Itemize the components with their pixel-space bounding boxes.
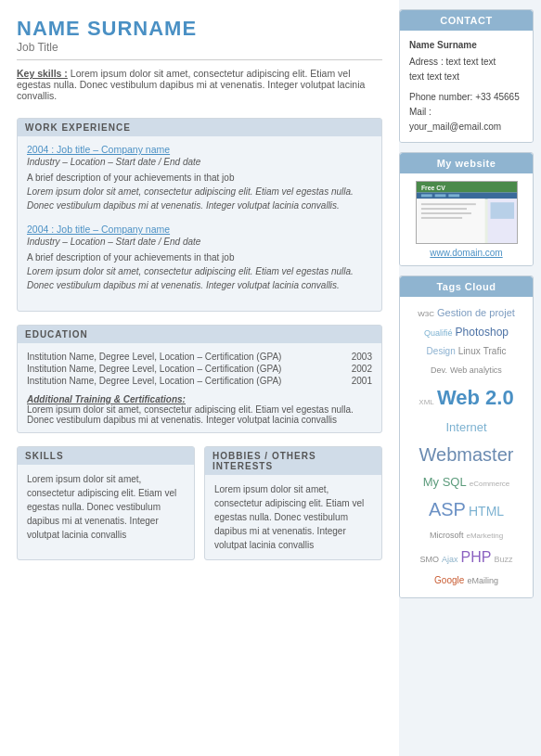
edu-row-2: Institution Name, Degree Level, Location… xyxy=(27,375,372,387)
contact-mail: Mail : your_mail@email.com xyxy=(409,105,523,135)
website-preview: Free CV xyxy=(416,181,518,244)
tag-item[interactable]: ASP xyxy=(429,499,466,519)
tag-item[interactable]: Linux xyxy=(458,346,481,356)
key-skills: Key skills : Lorem ipsum dolor sit amet,… xyxy=(17,68,382,101)
tag-item[interactable]: SMO xyxy=(419,555,439,564)
tags-cloud-body: W3C Gestion de projet Qualifié Photoshop… xyxy=(400,297,533,597)
key-skills-label: Key skills : xyxy=(17,68,68,79)
tag-item[interactable]: Dev. xyxy=(431,365,447,375)
job-2: 2004 : Job title – Company name Industry… xyxy=(27,224,372,292)
website-section: My website xyxy=(399,152,534,266)
tag-line: Webmaster xyxy=(406,438,527,471)
tag-line: W3C Gestion de projet xyxy=(406,304,527,323)
svg-rect-3 xyxy=(417,199,485,243)
page: NAME SURNAME Job Title Key skills : Lore… xyxy=(0,0,541,756)
work-experience-body: 2004 : Job title – Company name Industry… xyxy=(18,136,381,311)
tag-item[interactable]: W3C xyxy=(418,310,434,318)
tag-item[interactable]: Trafic xyxy=(483,346,507,356)
svg-rect-9 xyxy=(490,202,514,219)
header-divider xyxy=(17,59,382,60)
tag-line: Dev. Web analytics xyxy=(406,361,527,379)
tag-line: ASP HTML xyxy=(406,493,527,526)
sidebar: CONTACT Name Surname Adress : text text … xyxy=(399,0,541,756)
website-domain[interactable]: www.domain.com xyxy=(409,248,523,258)
skills-section: SKILLS Lorem ipsum dolor sit amet, conse… xyxy=(17,446,195,560)
svg-rect-11 xyxy=(420,194,432,197)
tag-item[interactable]: PHP xyxy=(461,549,492,565)
additional-training: Additional Training & Certifications: Lo… xyxy=(27,394,372,425)
education-table: Institution Name, Degree Level, Location… xyxy=(27,351,372,387)
job-1-company: 2004 : Job title – Company name xyxy=(27,144,372,155)
hobbies-header: HOBBIES / OTHERS INTERESTS xyxy=(205,447,381,475)
candidate-name: NAME SURNAME xyxy=(17,17,382,41)
tag-item[interactable]: Microsoft xyxy=(430,531,464,540)
key-skills-text: Lorem ipsum dolor sit amet, consectetur … xyxy=(17,68,365,101)
education-body: Institution Name, Degree Level, Location… xyxy=(18,343,381,432)
contact-address: Adress : text text texttext text text xyxy=(409,55,523,84)
job-1-desc1: A brief description of your achievements… xyxy=(27,171,372,212)
edu-row-0: Institution Name, Degree Level, Location… xyxy=(27,351,372,363)
job-2-company: 2004 : Job title – Company name xyxy=(27,224,372,235)
bottom-row: SKILLS Lorem ipsum dolor sit amet, conse… xyxy=(17,446,382,560)
skills-text: Lorem ipsum dolor sit amet, consectetur … xyxy=(27,472,185,542)
contact-phone: Phone number: +33 45665 xyxy=(409,90,523,105)
job-1: 2004 : Job title – Company name Industry… xyxy=(27,144,372,212)
tag-item[interactable]: eCommerce xyxy=(470,480,510,488)
tag-item[interactable]: XML xyxy=(419,398,433,406)
main-column: NAME SURNAME Job Title Key skills : Lore… xyxy=(0,0,399,756)
tag-item[interactable]: eMarketing xyxy=(467,532,504,540)
header: NAME SURNAME Job Title xyxy=(17,17,382,60)
tag-item[interactable]: Design xyxy=(427,346,456,356)
tag-line: Internet xyxy=(406,416,527,438)
contact-section: CONTACT Name Surname Adress : text text … xyxy=(399,9,534,143)
website-body: Free CV www.domain.com xyxy=(400,173,533,265)
skills-header: SKILLS xyxy=(18,447,194,465)
contact-body: Name Surname Adress : text text texttext… xyxy=(400,31,533,142)
svg-rect-12 xyxy=(434,194,445,197)
tag-item[interactable]: eMailing xyxy=(467,576,498,585)
tags-cloud-header: Tags Cloud xyxy=(400,276,533,297)
tag-item[interactable]: HTML xyxy=(469,504,504,519)
additional-training-text: Lorem ipsum dolor sit amet, consectetur … xyxy=(27,404,372,425)
tag-line: SMO Ajax PHP Buzz xyxy=(406,545,527,571)
hobbies-section: HOBBIES / OTHERS INTERESTS Lorem ipsum d… xyxy=(204,446,382,560)
work-experience-section: WORK EXPERIENCE 2004 : Job title – Compa… xyxy=(17,118,382,312)
svg-rect-6 xyxy=(420,208,466,210)
tag-item[interactable]: Web 2.0 xyxy=(437,386,514,409)
tag-item[interactable]: My SQL xyxy=(423,475,467,489)
website-header: My website xyxy=(400,153,533,173)
tag-line: My SQL eCommerce xyxy=(406,471,527,493)
tag-item[interactable]: Webmaster xyxy=(419,444,514,465)
contact-header: CONTACT xyxy=(400,10,533,31)
edu-row-1: Institution Name, Degree Level, Location… xyxy=(27,363,372,375)
additional-training-label: Additional Training & Certifications: xyxy=(27,394,186,404)
svg-rect-7 xyxy=(420,212,470,214)
job-1-meta: Industry – Location – Start date / End d… xyxy=(27,157,372,167)
tags-cloud-section: Tags Cloud W3C Gestion de projet Qualifi… xyxy=(399,275,534,598)
tag-item[interactable]: Photoshop xyxy=(456,326,509,339)
tag-item[interactable]: Qualifié xyxy=(424,328,453,338)
education-section: EDUCATION Institution Name, Degree Level… xyxy=(17,325,382,433)
tag-item[interactable]: Google xyxy=(434,575,464,585)
tag-line: Google eMailing xyxy=(406,571,527,590)
skills-body: Lorem ipsum dolor sit amet, consectetur … xyxy=(18,465,194,549)
education-header: EDUCATION xyxy=(18,326,381,343)
svg-rect-8 xyxy=(420,217,461,219)
tag-line: Microsoft eMarketing xyxy=(406,526,527,545)
tag-item[interactable]: Gestion de projet xyxy=(437,307,515,318)
tag-item[interactable]: Ajax xyxy=(442,555,458,564)
work-experience-header: WORK EXPERIENCE xyxy=(18,119,381,136)
job-title: Job Title xyxy=(17,41,382,54)
svg-rect-13 xyxy=(448,194,459,197)
job-2-desc1: A brief description of your achievements… xyxy=(27,250,372,292)
tag-line: Design Linux Trafic xyxy=(406,342,527,361)
svg-text:Free CV: Free CV xyxy=(420,185,444,191)
job-2-meta: Industry – Location – Start date / End d… xyxy=(27,237,372,247)
tag-line: XML Web 2.0 xyxy=(406,379,527,416)
contact-name: Name Surname xyxy=(409,38,523,53)
tag-item[interactable]: Web analytics xyxy=(450,365,502,375)
tag-item[interactable]: Internet xyxy=(445,420,486,434)
tag-item[interactable]: Buzz xyxy=(495,555,513,564)
hobbies-text: Lorem ipsum dolor sit amet, consectetur … xyxy=(214,482,372,552)
hobbies-body: Lorem ipsum dolor sit amet, consectetur … xyxy=(205,475,381,559)
